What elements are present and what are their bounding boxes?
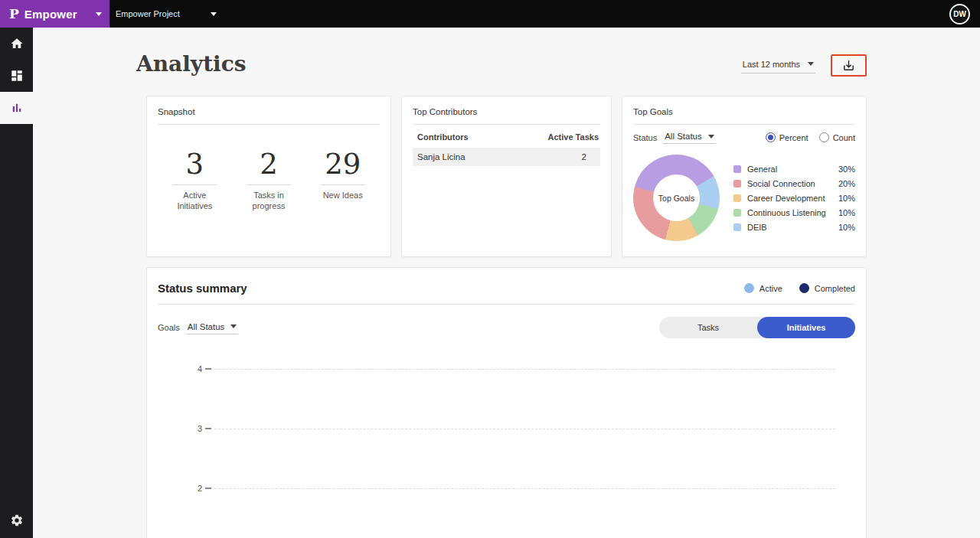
main-content: Analytics Last 12 months Snapshot <box>33 28 980 538</box>
stat-value: 29 <box>305 149 380 181</box>
gridline <box>214 369 835 370</box>
bar-chart-icon <box>10 101 24 115</box>
legend-dot <box>744 283 754 293</box>
legend-item: General 30% <box>733 161 855 176</box>
divider <box>247 184 291 185</box>
stat-label: Active Initiatives <box>166 191 223 212</box>
legend-item-active: Active <box>744 283 782 293</box>
chevron-down-icon <box>230 324 237 328</box>
stat-value: 2 <box>232 149 306 181</box>
series-toggle: Tasks Initiatives <box>659 317 855 338</box>
status-goals-filter[interactable]: All Status <box>186 321 239 334</box>
radio-icon <box>819 132 829 142</box>
stat-tasks-in-progress: 2 Tasks in progress <box>232 149 306 211</box>
divider <box>158 124 380 125</box>
contributor-task-count: 2 <box>582 152 586 161</box>
legend-item: Career Development 10% <box>733 191 855 205</box>
snapshot-card: Snapshot 3 Active Initiatives 2 Tasks in… <box>146 96 391 257</box>
radio-icon <box>766 132 776 142</box>
divider <box>158 304 855 305</box>
status-goals-filter-value: All Status <box>188 322 225 331</box>
download-button[interactable] <box>842 59 855 72</box>
goals-title: Top Goals <box>633 107 855 116</box>
donut-center-label: Top Goals <box>633 155 720 241</box>
tick-mark <box>205 487 211 489</box>
snapshot-title: Snapshot <box>158 107 380 116</box>
date-range-value: Last 12 months <box>743 60 800 69</box>
legend-swatch <box>733 180 741 187</box>
top-goals-card: Top Goals Status All Status Percent <box>622 96 867 257</box>
contributor-row[interactable]: Sanja Licina 2 <box>413 148 600 166</box>
sidebar-item-dashboard[interactable] <box>0 60 33 92</box>
stat-label: Tasks in progress <box>240 191 297 212</box>
legend-item: Social Connection 20% <box>733 176 855 191</box>
legend-swatch <box>733 194 741 202</box>
gridline <box>214 488 835 489</box>
chevron-down-icon <box>211 12 217 16</box>
goals-status-filter[interactable]: All Status <box>663 131 716 144</box>
date-range-selector[interactable]: Last 12 months <box>741 58 815 73</box>
status-legend: Active Completed <box>744 283 855 293</box>
highlight-box <box>831 54 867 77</box>
stat-label: New Ideas <box>315 191 371 201</box>
stat-value: 3 <box>158 149 232 181</box>
gridline <box>214 429 835 429</box>
top-contributors-card: Top Contributors Contributors Active Tas… <box>401 96 612 257</box>
table-header: Contributors Active Tasks <box>413 132 600 142</box>
chevron-down-icon <box>808 62 814 66</box>
y-axis-tick-label: 2 <box>190 484 202 493</box>
chevron-down-icon <box>708 135 714 139</box>
project-selector[interactable]: Empower Project <box>116 9 217 18</box>
goals-legend: General 30% Social Connection 20% Career… <box>733 155 855 241</box>
column-contributors: Contributors <box>417 132 469 142</box>
empower-logo-icon: P <box>9 8 19 21</box>
status-label: Status <box>633 133 657 142</box>
legend-item: DEIB 10% <box>733 220 855 234</box>
download-icon <box>842 59 855 72</box>
divider <box>413 124 600 125</box>
toggle-initiatives[interactable]: Initiatives <box>757 317 855 338</box>
legend-swatch <box>733 223 741 231</box>
sidebar <box>0 28 33 538</box>
chevron-down-icon <box>96 12 102 16</box>
stat-active-initiatives: 3 Active Initiatives <box>158 149 232 211</box>
radio-percent[interactable]: Percent <box>766 132 808 142</box>
status-chart: 4 3 2 <box>158 351 855 488</box>
legend-swatch <box>733 165 741 173</box>
user-avatar[interactable]: DW <box>949 4 970 24</box>
contributors-title: Top Contributors <box>413 107 600 116</box>
divider <box>172 184 217 185</box>
y-axis-tick-label: 4 <box>190 364 202 373</box>
goals-label: Goals <box>158 323 180 332</box>
sidebar-item-analytics[interactable] <box>0 92 33 124</box>
page-header: Analytics Last 12 months <box>146 28 867 77</box>
sidebar-spacer <box>0 124 33 504</box>
y-axis-tick-label: 3 <box>190 424 202 433</box>
legend-item: Continuous Listening 10% <box>733 205 855 220</box>
gear-icon <box>10 514 24 527</box>
project-name: Empower Project <box>116 9 180 18</box>
legend-dot <box>799 283 809 293</box>
goals-status-filter-value: All Status <box>665 132 702 141</box>
tick-mark <box>205 428 211 429</box>
tick-mark <box>205 368 211 370</box>
toggle-tasks[interactable]: Tasks <box>659 317 757 338</box>
status-summary-card: Status summary Active Completed Goals <box>146 267 867 538</box>
divider <box>633 124 855 125</box>
legend-swatch <box>733 209 741 217</box>
sidebar-item-settings[interactable] <box>0 504 33 536</box>
brand-menu[interactable]: P Empower <box>0 0 109 28</box>
brand-name: Empower <box>24 8 90 21</box>
sidebar-item-home[interactable] <box>0 28 33 60</box>
radio-count[interactable]: Count <box>819 132 855 142</box>
stat-new-ideas: 29 New Ideas <box>305 149 380 211</box>
legend-item-completed: Completed <box>799 283 855 293</box>
page-title: Analytics <box>136 52 247 77</box>
dashboard-icon <box>10 69 24 83</box>
contributor-name: Sanja Licina <box>417 152 466 161</box>
home-icon <box>10 37 24 51</box>
divider <box>321 184 365 185</box>
status-summary-title: Status summary <box>158 282 247 295</box>
goals-donut-chart: Top Goals <box>633 155 720 241</box>
top-bar: P Empower Empower Project DW <box>0 0 980 28</box>
